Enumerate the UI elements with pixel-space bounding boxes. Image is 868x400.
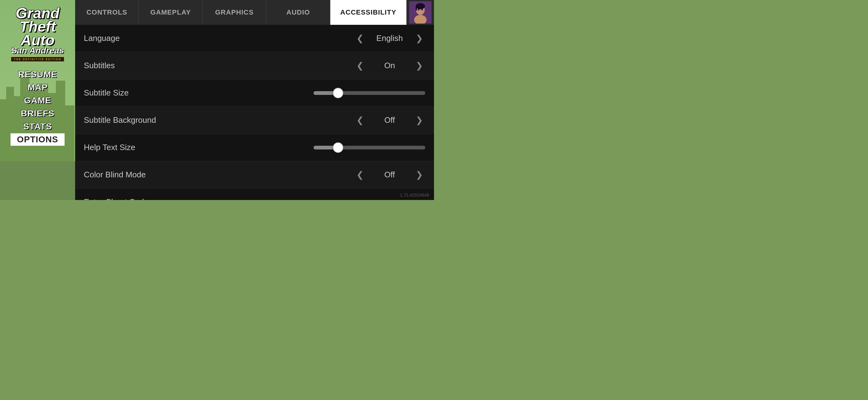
setting-label-subtitles: Subtitles <box>84 61 115 70</box>
language-arrow-left[interactable]: ❮ <box>354 33 366 43</box>
color-blind-arrow-left[interactable]: ❮ <box>354 170 366 180</box>
svg-point-30 <box>418 9 420 10</box>
setting-row-color-blind-mode: Color Blind Mode ❮ Off ❯ <box>75 161 434 189</box>
subtitle-bg-value: Off <box>371 115 408 125</box>
settings-content: Language ❮ English ❯ Subtitles ❮ On ❯ Su… <box>75 25 434 200</box>
subtitle-size-slider[interactable] <box>314 91 425 95</box>
setting-control-language: ❮ English ❯ <box>354 33 425 43</box>
tabs-bar: Controls Gameplay Graphics Audio Accessi… <box>75 0 434 25</box>
setting-control-subtitle-background: ❮ Off ❯ <box>354 115 425 125</box>
main-panel: Controls Gameplay Graphics Audio Accessi… <box>75 0 434 200</box>
tab-gameplay[interactable]: Gameplay <box>139 0 203 25</box>
logo-grand: Grand <box>16 6 59 20</box>
setting-control-subtitles: ❮ On ❯ <box>354 61 425 71</box>
language-arrow-right[interactable]: ❯ <box>413 33 425 43</box>
svg-rect-29 <box>416 6 417 10</box>
setting-row-subtitles: Subtitles ❮ On ❯ <box>75 52 434 79</box>
help-text-size-thumb[interactable] <box>333 142 343 153</box>
subtitles-arrow-left[interactable]: ❮ <box>354 61 366 71</box>
avatar-image <box>409 1 432 24</box>
svg-point-31 <box>422 9 423 10</box>
setting-row-subtitle-background: Subtitle Background ❮ Off ❯ <box>75 107 434 134</box>
setting-label-subtitle-background: Subtitle Background <box>84 115 156 125</box>
setting-control-help-text-size <box>314 146 425 149</box>
logo-edition: The Definitive Edition <box>11 57 64 62</box>
svg-point-28 <box>416 3 425 9</box>
nav-item-stats[interactable]: Stats <box>18 120 57 133</box>
logo-theft: Theft <box>16 20 59 33</box>
tab-audio[interactable]: Audio <box>266 0 330 25</box>
setting-label-help-text-size: Help Text Size <box>84 143 135 152</box>
setting-row-help-text-size: Help Text Size <box>75 134 434 161</box>
setting-label-enter-cheat-code: Enter Cheat Code <box>84 197 148 200</box>
nav-item-resume[interactable]: Resume <box>13 68 62 80</box>
nav-item-map[interactable]: Map <box>22 81 53 94</box>
setting-label-subtitle-size: Subtitle Size <box>84 88 129 98</box>
help-text-size-slider[interactable] <box>314 146 425 149</box>
nav-item-options[interactable]: Options <box>10 133 64 146</box>
nav-item-game[interactable]: Game <box>19 94 56 107</box>
avatar-container <box>407 0 434 25</box>
help-text-size-track <box>314 146 425 149</box>
subtitle-size-track <box>314 91 425 95</box>
subtitle-bg-arrow-left[interactable]: ❮ <box>354 115 366 125</box>
subtitle-size-thumb[interactable] <box>333 88 343 98</box>
color-blind-arrow-right[interactable]: ❯ <box>413 170 425 180</box>
color-blind-value: Off <box>371 170 408 179</box>
subtitle-bg-arrow-right[interactable]: ❯ <box>413 115 425 125</box>
setting-row-language: Language ❮ English ❯ <box>75 25 434 52</box>
subtitles-arrow-right[interactable]: ❯ <box>413 61 425 71</box>
subtitles-value: On <box>371 61 408 70</box>
nav-menu: Resume Map Game Briefs Stats Options <box>0 68 75 146</box>
gta-logo: Grand Theft Auto San Andreas The Definit… <box>3 3 72 65</box>
logo-san-andreas: San Andreas <box>11 45 64 56</box>
tab-graphics[interactable]: Graphics <box>203 0 266 25</box>
language-value: English <box>371 33 408 43</box>
setting-label-language: Language <box>84 33 120 43</box>
sidebar: Grand Theft Auto San Andreas The Definit… <box>0 0 75 200</box>
setting-control-color-blind-mode: ❮ Off ❯ <box>354 170 425 180</box>
player-avatar <box>409 1 432 24</box>
nav-item-briefs[interactable]: Briefs <box>16 107 60 120</box>
tab-controls[interactable]: Controls <box>75 0 139 25</box>
setting-row-enter-cheat-code[interactable]: Enter Cheat Code <box>75 189 434 200</box>
setting-row-subtitle-size: Subtitle Size <box>75 79 434 107</box>
setting-label-color-blind-mode: Color Blind Mode <box>84 170 146 179</box>
setting-control-subtitle-size <box>314 91 425 95</box>
version-text: 1.72.42919648 <box>400 193 429 198</box>
logo-auto: Auto <box>16 33 59 47</box>
tab-accessibility[interactable]: Accessibility <box>330 0 407 25</box>
